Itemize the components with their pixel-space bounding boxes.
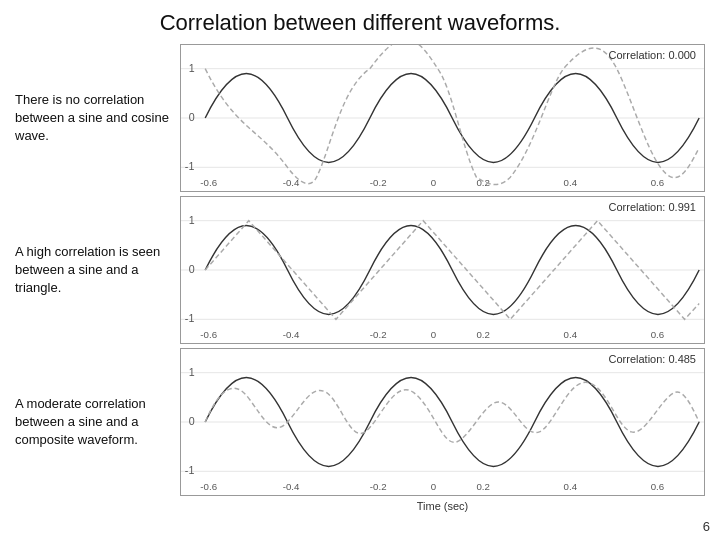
svg-text:0: 0 <box>431 177 437 188</box>
svg-text:-0.4: -0.4 <box>283 329 300 340</box>
page-number: 6 <box>703 519 710 534</box>
svg-text:-0.6: -0.6 <box>200 481 217 492</box>
svg-text:0.2: 0.2 <box>476 481 489 492</box>
chart-1: Correlation: 0.000 1 0 -1 -0.6 -0.4 -0.2… <box>180 44 705 192</box>
page-title: Correlation between different waveforms. <box>15 10 705 36</box>
content-area: There is no correlation between a sine a… <box>15 44 705 512</box>
correlation-label-2: Correlation: 0.991 <box>609 201 696 213</box>
svg-text:0.6: 0.6 <box>651 329 664 340</box>
svg-text:0: 0 <box>189 111 195 123</box>
svg-text:0.4: 0.4 <box>564 177 578 188</box>
svg-text:0: 0 <box>431 329 437 340</box>
svg-text:0: 0 <box>431 481 437 492</box>
svg-text:0: 0 <box>189 415 195 427</box>
svg-text:0.6: 0.6 <box>651 177 664 188</box>
svg-text:1: 1 <box>189 62 195 74</box>
chart-svg-3: 1 0 -1 -0.6 -0.4 -0.2 0 0.2 0.4 0.6 <box>181 349 704 495</box>
svg-text:0.6: 0.6 <box>651 481 664 492</box>
chart-label-2: A high correlation is seen between a sin… <box>15 243 170 298</box>
svg-text:-0.2: -0.2 <box>370 481 387 492</box>
svg-text:0.4: 0.4 <box>564 329 578 340</box>
svg-text:1: 1 <box>189 366 195 378</box>
correlation-label-1: Correlation: 0.000 <box>609 49 696 61</box>
chart-label-1: There is no correlation between a sine a… <box>15 91 170 146</box>
chart-2: Correlation: 0.991 1 0 -1 -0.6 -0.4 -0.2… <box>180 196 705 344</box>
chart-svg-1: 1 0 -1 -0.6 -0.4 -0.2 0 0.2 0.4 0.6 <box>181 45 704 191</box>
svg-text:-0.2: -0.2 <box>370 177 387 188</box>
correlation-label-3: Correlation: 0.485 <box>609 353 696 365</box>
svg-text:-0.2: -0.2 <box>370 329 387 340</box>
svg-text:-1: -1 <box>185 160 194 172</box>
page: Correlation between different waveforms.… <box>0 0 720 540</box>
svg-text:-0.6: -0.6 <box>200 329 217 340</box>
chart-row-1: There is no correlation between a sine a… <box>15 44 705 192</box>
svg-text:1: 1 <box>189 214 195 226</box>
x-axis-row: Time (sec) <box>15 500 705 512</box>
svg-text:-1: -1 <box>185 464 194 476</box>
svg-text:-1: -1 <box>185 312 194 324</box>
x-axis-label: Time (sec) <box>180 500 705 512</box>
chart-label-3: A moderate correlation between a sine an… <box>15 395 170 450</box>
svg-text:0.4: 0.4 <box>564 481 578 492</box>
chart-row-3: A moderate correlation between a sine an… <box>15 348 705 496</box>
svg-text:0: 0 <box>189 263 195 275</box>
chart-row-2: A high correlation is seen between a sin… <box>15 196 705 344</box>
svg-text:-0.4: -0.4 <box>283 481 300 492</box>
svg-text:-0.6: -0.6 <box>200 177 217 188</box>
svg-text:0.2: 0.2 <box>476 329 489 340</box>
chart-3: Correlation: 0.485 1 0 -1 -0.6 -0.4 -0.2… <box>180 348 705 496</box>
chart-svg-2: 1 0 -1 -0.6 -0.4 -0.2 0 0.2 0.4 0.6 <box>181 197 704 343</box>
